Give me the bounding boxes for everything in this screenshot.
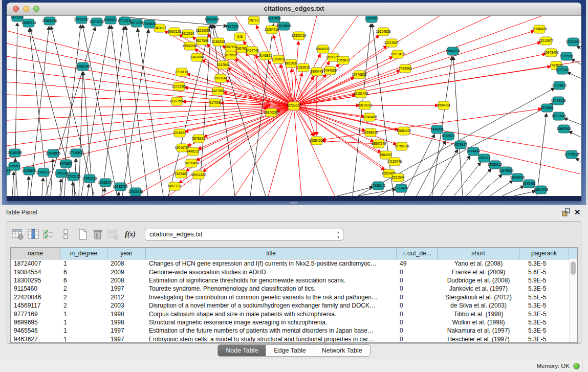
graph-node[interactable]: 12213389 bbox=[172, 82, 187, 91]
graph-node[interactable]: 11156829 bbox=[22, 167, 36, 175]
graph-node[interactable]: 1388520 bbox=[272, 55, 285, 63]
graph-node[interactable]: 16648784 bbox=[446, 47, 461, 55]
graph-node[interactable]: 16543382 bbox=[183, 42, 198, 50]
citation-edge[interactable] bbox=[7, 106, 294, 107]
edge[interactable] bbox=[417, 141, 446, 196]
citation-edge[interactable] bbox=[294, 106, 301, 196]
edge[interactable] bbox=[88, 184, 89, 196]
table-row[interactable]: 1872400712008Changes of HCN gene express… bbox=[11, 259, 577, 268]
table-row[interactable]: 946362711997Embryonic stem cells: a mode… bbox=[11, 335, 577, 343]
edge[interactable] bbox=[60, 179, 61, 196]
graph-node[interactable]: 16782759 bbox=[113, 183, 128, 191]
table-row[interactable]: 1938455462009Genome-wide association stu… bbox=[11, 268, 577, 276]
graph-node[interactable]: 546 bbox=[234, 33, 246, 41]
graph-node[interactable]: 11548408 bbox=[532, 25, 547, 33]
citation-edge[interactable] bbox=[202, 106, 294, 196]
graph-node[interactable]: 12325419 bbox=[292, 32, 307, 40]
graph-node[interactable]: 10653287 bbox=[74, 16, 89, 24]
column-header-year[interactable]: year bbox=[107, 248, 146, 259]
edge[interactable] bbox=[72, 182, 73, 196]
graph-node[interactable]: 15654923 bbox=[397, 127, 411, 135]
graph-node[interactable]: 8990448 bbox=[310, 68, 323, 76]
graph-node[interactable]: 9457791 bbox=[168, 182, 181, 190]
graph-node[interactable]: 12505135 bbox=[66, 172, 81, 181]
clear-selection-button[interactable] bbox=[61, 228, 71, 241]
edge[interactable] bbox=[490, 181, 513, 196]
edge[interactable] bbox=[441, 156, 470, 196]
graph-node[interactable]: 8938923 bbox=[442, 132, 455, 140]
graph-node[interactable]: 18724007 bbox=[287, 102, 301, 110]
column-header-in-degree[interactable]: in_degree bbox=[60, 248, 107, 259]
tab-network-table[interactable]: Network Table bbox=[314, 345, 370, 356]
citation-edge[interactable] bbox=[294, 70, 400, 106]
edge[interactable] bbox=[454, 163, 481, 196]
graph-node[interactable]: 18300295 bbox=[264, 108, 279, 117]
graph-node[interactable]: 9875685 bbox=[224, 51, 237, 59]
graph-node[interactable]: 25166950 bbox=[8, 149, 23, 157]
edge[interactable] bbox=[564, 118, 581, 125]
tab-node-table[interactable]: Node Table bbox=[218, 345, 266, 356]
citation-edge[interactable] bbox=[294, 16, 491, 106]
graph-node[interactable]: 18807249 bbox=[372, 140, 386, 148]
graph-node[interactable]: 917008 bbox=[209, 99, 221, 107]
graph-node[interactable]: 19218506 bbox=[277, 22, 292, 30]
graph-node[interactable]: 7625402 bbox=[175, 170, 188, 178]
graph-node[interactable]: 2087682 bbox=[365, 16, 378, 23]
scrollbar-thumb[interactable] bbox=[571, 261, 576, 275]
graph-node[interactable]: 18616323 bbox=[358, 101, 373, 110]
citation-edge[interactable] bbox=[7, 106, 294, 120]
graph-node[interactable]: 18226058 bbox=[196, 27, 211, 35]
edge[interactable] bbox=[125, 27, 148, 196]
graph-node[interactable]: 5878335 bbox=[192, 135, 205, 143]
graph-node[interactable]: 17957223 bbox=[82, 174, 97, 183]
citation-edge[interactable] bbox=[294, 106, 580, 174]
citation-edge[interactable] bbox=[294, 77, 354, 106]
graph-node[interactable]: 95723 bbox=[248, 16, 259, 25]
graph-node[interactable]: 14120746 bbox=[387, 158, 402, 166]
function-builder-button[interactable]: f(x) bbox=[125, 230, 136, 238]
graph-node[interactable]: 18964249 bbox=[510, 173, 525, 182]
column-header-out-de-[interactable]: △out_de... bbox=[397, 248, 438, 259]
graph-node[interactable]: 9671385 bbox=[130, 19, 143, 27]
graph-node[interactable]: 9227343 bbox=[556, 66, 569, 74]
column-header-title[interactable]: title bbox=[146, 248, 397, 259]
delete-table-button[interactable] bbox=[106, 228, 120, 241]
graph-node[interactable]: 12444158 bbox=[551, 97, 566, 105]
graph-node[interactable]: 12213977 bbox=[539, 37, 554, 45]
graph-node[interactable]: 12923448 bbox=[128, 188, 143, 196]
citation-edge[interactable] bbox=[7, 82, 294, 106]
graph-node[interactable]: 8186328 bbox=[212, 38, 225, 46]
graph-node[interactable]: 16914482 bbox=[191, 171, 206, 179]
edge[interactable] bbox=[537, 114, 547, 196]
citation-edge[interactable] bbox=[197, 106, 294, 161]
graph-node[interactable]: 12930112 bbox=[488, 161, 503, 169]
graph-node[interactable]: 19756928 bbox=[395, 142, 409, 150]
graph-node[interactable]: 19384554 bbox=[310, 137, 324, 145]
graph-node[interactable]: 1440935 bbox=[430, 125, 444, 134]
edge[interactable] bbox=[28, 177, 29, 196]
graph-node[interactable]: 16154838 bbox=[376, 28, 391, 36]
citation-edge[interactable] bbox=[235, 59, 294, 106]
table-row[interactable]: 946554611997Estimation of the future num… bbox=[11, 326, 577, 335]
table-row[interactable]: 969969511998Structural magnetic resonanc… bbox=[11, 318, 577, 326]
graph-node[interactable]: 9498222 bbox=[186, 147, 200, 156]
graph-node[interactable]: 7485063 bbox=[399, 64, 412, 73]
graph-node[interactable]: 9245462 bbox=[522, 180, 536, 188]
create-column-button[interactable] bbox=[77, 228, 89, 241]
graph-node[interactable]: 20891406 bbox=[42, 17, 57, 25]
graph-node[interactable]: 8427552 bbox=[211, 87, 225, 95]
graph-node[interactable]: 7515528 bbox=[143, 20, 156, 28]
graph-node[interactable]: 9242844 bbox=[216, 61, 230, 69]
citation-edge[interactable] bbox=[294, 106, 364, 116]
graph-node[interactable]: 15751074 bbox=[566, 38, 581, 46]
graph-node[interactable]: 11775618 bbox=[564, 150, 579, 159]
graph-node[interactable]: 2803144 bbox=[214, 74, 227, 82]
edge[interactable] bbox=[12, 172, 14, 196]
graph-node[interactable]: 7955812 bbox=[337, 56, 350, 64]
graph-node[interactable]: 15276002 bbox=[90, 18, 104, 26]
graph-node[interactable]: 12942737 bbox=[36, 168, 51, 177]
citation-edge[interactable] bbox=[7, 31, 294, 106]
edge[interactable] bbox=[478, 174, 502, 196]
graph-node[interactable]: 14136141 bbox=[371, 182, 386, 190]
graph-node[interactable]: 20053346 bbox=[76, 62, 91, 71]
